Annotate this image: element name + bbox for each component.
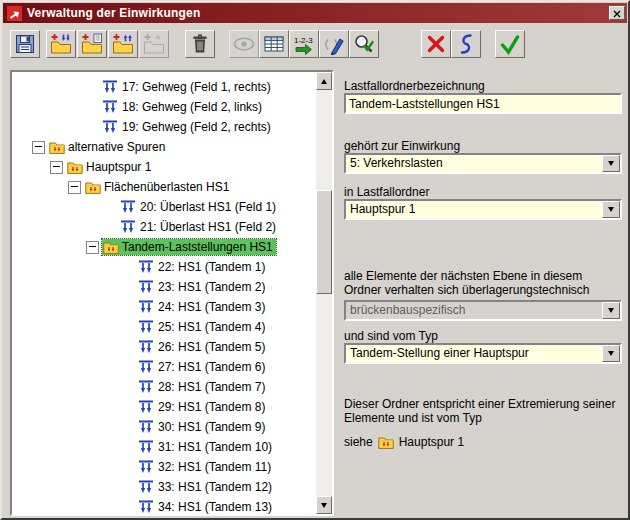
tree-scrollbar[interactable]: [316, 72, 332, 514]
tree-item[interactable]: 28: HS1 (Tandem 7): [12, 377, 315, 397]
tree-item[interactable]: alternative Spuren: [12, 137, 315, 157]
tree-item[interactable]: 19: Gehweg (Feld 2, rechts): [12, 117, 315, 137]
tree-item-label: 24: HS1 (Tandem 3): [158, 300, 265, 314]
cancel-button[interactable]: [421, 30, 451, 58]
loadcase-icon: [137, 280, 155, 295]
save-icon: [14, 33, 36, 55]
toolbar: 1-2-3: [3, 23, 627, 65]
folder-icon: [67, 161, 83, 174]
confirm-button[interactable]: [495, 30, 525, 58]
tree-item[interactable]: 20: Überlast HS1 (Feld 1): [12, 197, 315, 217]
chevron-down-icon: [608, 161, 614, 166]
refresh-button[interactable]: [451, 30, 481, 58]
tree-item[interactable]: 24: HS1 (Tandem 3): [12, 297, 315, 317]
save-button[interactable]: [10, 30, 40, 58]
tree-item[interactable]: 33: HS1 (Tandem 12): [12, 477, 315, 497]
see-folder-icon: [378, 436, 394, 449]
scrollbar-thumb[interactable]: [316, 190, 332, 294]
tree-item-label: 17: Gehweg (Feld 1, rechts): [122, 80, 271, 94]
paste-into-folder-button[interactable]: [77, 30, 107, 58]
table-button[interactable]: [259, 30, 289, 58]
tree-item[interactable]: 30: HS1 (Tandem 9): [12, 417, 315, 437]
collapse-minus-icon[interactable]: [86, 241, 99, 254]
tree-item[interactable]: 22: HS1 (Tandem 1): [12, 257, 315, 277]
tree-item-label: Tandem-Laststellungen HS1: [122, 240, 273, 254]
folder-name-input[interactable]: [344, 93, 622, 114]
tree-item[interactable]: Flächenüberlasten HS1: [12, 177, 315, 197]
arrow-up-icon: [321, 79, 327, 84]
tree-item[interactable]: 29: HS1 (Tandem 8): [12, 397, 315, 417]
tree-item-content: 24: HS1 (Tandem 3): [136, 299, 268, 316]
trash-icon: [189, 33, 211, 55]
tree-item-content: 27: HS1 (Tandem 6): [136, 359, 268, 376]
tree-item[interactable]: 18: Gehweg (Feld 2, links): [12, 97, 315, 117]
tree-panel: 17: Gehweg (Feld 1, rechts): [10, 70, 334, 516]
tree-item[interactable]: 31: HS1 (Tandem 10): [12, 437, 315, 457]
tree-item-label: 31: HS1 (Tandem 10): [158, 440, 272, 454]
add-folder-page-icon: [81, 33, 103, 55]
new-loadcase-folder-button[interactable]: [46, 30, 76, 58]
delete-button[interactable]: [185, 30, 215, 58]
folder-combobox[interactable]: Hauptspur 1: [344, 199, 622, 220]
edit-numbering-button[interactable]: [319, 30, 349, 58]
chevron-down-icon: [608, 308, 614, 313]
tree-item[interactable]: 32: HS1 (Tandem 11): [12, 457, 315, 477]
tree-item[interactable]: 27: HS1 (Tandem 6): [12, 357, 315, 377]
loadcase-icon: [101, 100, 119, 115]
loadcase-icon: [137, 360, 155, 375]
magnifier-check-icon: [353, 33, 375, 55]
tree-item[interactable]: 25: HS1 (Tandem 4): [12, 317, 315, 337]
type-combobox[interactable]: Tandem-Stellung einer Hauptspur: [344, 343, 622, 364]
extremal-label: Dieser Ordner entspricht einer Extremier…: [344, 397, 622, 425]
green-check-icon: [499, 33, 521, 55]
new-folder-variant-button[interactable]: [139, 30, 169, 58]
action-dropdown-button[interactable]: [602, 155, 620, 172]
folder-dropdown-button[interactable]: [602, 201, 620, 218]
new-superposition-folder-button[interactable]: [108, 30, 138, 58]
tree-item[interactable]: 26: HS1 (Tandem 5): [12, 337, 315, 357]
tree-item[interactable]: 17: Gehweg (Feld 1, rechts): [12, 77, 315, 97]
svg-text:1-2-3: 1-2-3: [294, 36, 313, 45]
tree-item-content: 32: HS1 (Tandem 11): [136, 459, 274, 476]
loadcase-icon: [137, 440, 155, 455]
tree-item-label: alternative Spuren: [68, 140, 165, 154]
scroll-up-button[interactable]: [316, 72, 332, 90]
preview-button[interactable]: [229, 30, 259, 58]
tree-item-content: Hauptspur 1: [66, 159, 154, 175]
tree-item[interactable]: Hauptspur 1: [12, 157, 315, 177]
type-dropdown-button[interactable]: [602, 345, 620, 362]
tree-item[interactable]: 23: HS1 (Tandem 2): [12, 277, 315, 297]
action-combobox-value: 5: Verkehrslasten: [346, 155, 602, 172]
tree-item-label: 30: HS1 (Tandem 9): [158, 420, 265, 434]
pen-icon: [323, 33, 345, 55]
loadcase-icon: [137, 340, 155, 355]
tree-item[interactable]: Tandem-Laststellungen HS1: [12, 237, 315, 257]
loadcase-icon: [137, 500, 155, 515]
behavior-label: alle Elemente der nächsten Ebene in dies…: [344, 269, 622, 297]
tree-item[interactable]: 21: Überlast HS1 (Feld 2): [12, 217, 315, 237]
folder-icon: [85, 181, 101, 194]
collapse-minus-icon[interactable]: [32, 141, 45, 154]
behavior-combobox-value: brückenbauspezifisch: [346, 302, 602, 319]
chevron-down-icon: [608, 207, 614, 212]
loadcase-icon: [137, 260, 155, 275]
tree-item-label: 27: HS1 (Tandem 6): [158, 360, 265, 374]
collapse-minus-icon[interactable]: [68, 181, 81, 194]
folder-icon: [49, 141, 65, 154]
renumber-button[interactable]: 1-2-3: [289, 30, 319, 58]
tree-item-content: 31: HS1 (Tandem 10): [136, 439, 275, 456]
check-button[interactable]: [349, 30, 379, 58]
titlebar: Verwaltung der Einwirkungen: [3, 3, 627, 23]
loadcase-tree: 17: Gehweg (Feld 1, rechts): [12, 72, 315, 514]
action-combobox[interactable]: 5: Verkehrslasten: [344, 153, 622, 174]
tree-item-content: Flächenüberlasten HS1: [84, 179, 232, 195]
collapse-minus-icon[interactable]: [50, 161, 63, 174]
scroll-down-button[interactable]: [316, 496, 332, 514]
tree-item[interactable]: 34: HS1 (Tandem 13): [12, 497, 315, 514]
close-button[interactable]: [609, 6, 625, 20]
loadcase-icon: [119, 200, 137, 215]
tree-item-content: 18: Gehweg (Feld 2, links): [100, 99, 265, 116]
folder-combobox-value: Hauptspur 1: [346, 201, 602, 218]
form-panel: Lastfallordnerbezeichnung gehört zur Ein…: [342, 66, 624, 514]
tree-item-label: 33: HS1 (Tandem 12): [158, 480, 272, 494]
